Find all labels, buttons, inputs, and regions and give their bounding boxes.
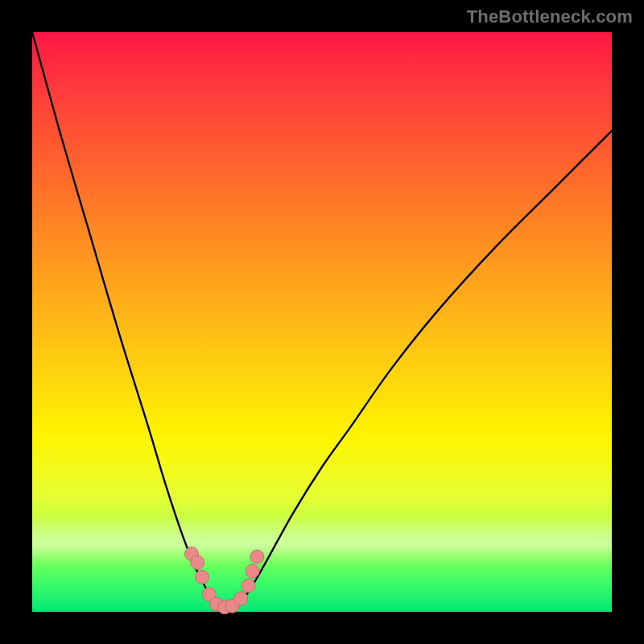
- curve-layer: [32, 32, 612, 612]
- outer-frame: TheBottleneck.com: [0, 0, 644, 644]
- marker-dot: [242, 579, 255, 592]
- watermark-text: TheBottleneck.com: [467, 6, 633, 27]
- marker-dot: [246, 564, 259, 578]
- bottleneck-curve: [32, 32, 612, 609]
- marker-dot: [195, 570, 208, 584]
- marker-dot: [234, 592, 248, 605]
- marker-dot: [250, 550, 264, 564]
- marker-dot: [191, 555, 204, 569]
- marker-dots: [185, 547, 264, 614]
